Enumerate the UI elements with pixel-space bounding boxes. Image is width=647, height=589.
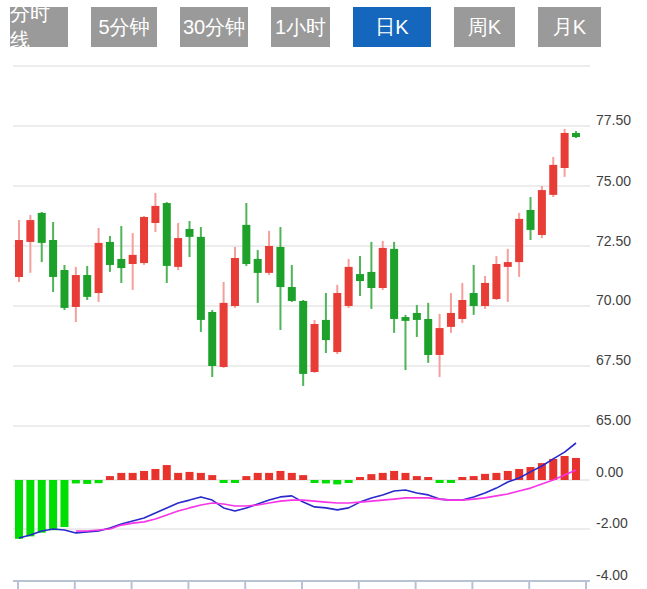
price-axis-label: 67.50 [596,352,646,368]
x-axis [13,581,590,589]
macd-axis-label: -2.00 [596,515,646,531]
price-axis-label: 72.50 [596,233,646,249]
price-axis-label: 75.00 [596,173,646,189]
price-axis-label: 65.00 [596,412,646,428]
macd-axis-label: 0.00 [596,464,646,480]
candlestick-series [15,129,580,386]
price-axis-label: 70.00 [596,292,646,308]
macd-axis-label: -4.00 [596,567,646,583]
price-axis-label: 77.50 [596,112,646,128]
macd-histogram [15,456,580,539]
chart-canvas[interactable] [0,0,647,589]
dif-line [19,443,576,538]
stock-chart-widget: 分时线 5分钟 30分钟 1小时 日K 周K 月K 77.50 75.00 72… [0,0,647,589]
